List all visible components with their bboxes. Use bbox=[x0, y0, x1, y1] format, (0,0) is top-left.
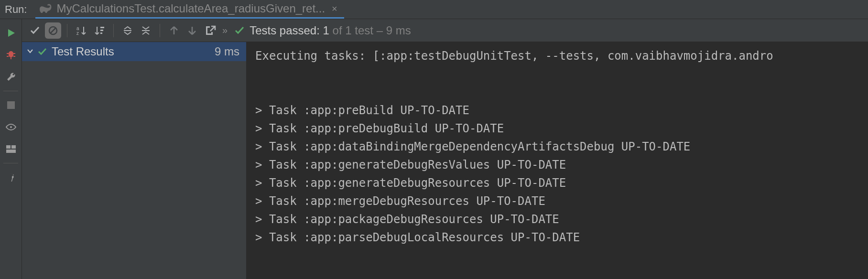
left-icon-strip bbox=[0, 19, 22, 279]
expand-all-icon[interactable] bbox=[119, 22, 136, 39]
sort-time-icon[interactable] bbox=[91, 22, 108, 39]
svg-rect-2 bbox=[6, 145, 11, 149]
svg-line-6 bbox=[50, 28, 56, 33]
check-icon bbox=[37, 47, 47, 56]
test-tree-panel: Test Results 9 ms bbox=[22, 42, 247, 279]
svg-rect-9 bbox=[100, 27, 104, 28]
svg-rect-3 bbox=[11, 145, 16, 149]
run-label: Run: bbox=[5, 3, 27, 16]
check-icon[interactable] bbox=[27, 22, 43, 39]
status-suffix: of 1 test – 9 ms bbox=[333, 24, 411, 37]
collapse-all-icon[interactable] bbox=[138, 22, 154, 39]
svg-point-1 bbox=[10, 126, 12, 128]
close-icon[interactable]: × bbox=[332, 3, 337, 14]
svg-rect-0 bbox=[7, 101, 15, 109]
status-count: 1 bbox=[323, 24, 329, 37]
status-check-icon bbox=[234, 25, 245, 36]
svg-rect-11 bbox=[100, 32, 102, 34]
export-icon[interactable] bbox=[202, 22, 218, 39]
tree-root-row[interactable]: Test Results 9 ms bbox=[22, 42, 246, 61]
arrow-up-icon[interactable] bbox=[166, 22, 182, 39]
layout-icon[interactable] bbox=[4, 142, 18, 156]
run-tab-bar: Run: MyCalculationsTest.calculateArea_ra… bbox=[0, 0, 868, 19]
visibility-icon[interactable] bbox=[4, 120, 18, 134]
tree-root-label: Test Results bbox=[52, 45, 114, 58]
svg-rect-4 bbox=[6, 150, 16, 153]
svg-rect-10 bbox=[100, 30, 103, 31]
stop-icon[interactable] bbox=[4, 98, 18, 112]
console-output[interactable]: Executing tasks: [:app:testDebugUnitTest… bbox=[247, 42, 868, 279]
chevron-down-icon bbox=[27, 48, 33, 54]
test-toolbar: az bbox=[22, 19, 868, 42]
arrow-down-icon[interactable] bbox=[184, 22, 200, 39]
pin-icon[interactable] bbox=[4, 170, 18, 184]
more-actions-icon[interactable]: » bbox=[220, 25, 229, 36]
svg-text:z: z bbox=[76, 31, 79, 36]
test-status-text: Tests passed: 1 of 1 test – 9 ms bbox=[250, 24, 411, 37]
tree-root-time: 9 ms bbox=[215, 45, 239, 58]
block-icon[interactable] bbox=[45, 22, 61, 39]
gradle-icon bbox=[39, 4, 52, 13]
status-prefix: Tests passed: bbox=[250, 24, 320, 37]
tab-title: MyCalculationsTest.calculateArea_radiusG… bbox=[56, 2, 325, 15]
sort-alpha-icon[interactable]: az bbox=[73, 22, 89, 39]
wrench-icon[interactable] bbox=[4, 70, 18, 84]
debug-icon[interactable] bbox=[4, 48, 18, 62]
run-icon[interactable] bbox=[4, 26, 18, 40]
run-config-tab[interactable]: MyCalculationsTest.calculateArea_radiusG… bbox=[35, 0, 344, 19]
